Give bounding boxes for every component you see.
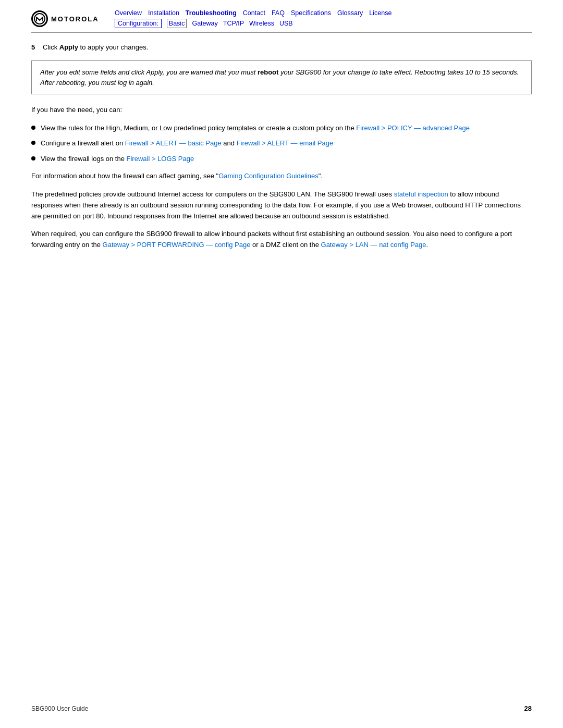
logo-area: MOTOROLA — [31, 9, 99, 27]
firewall-logs-link[interactable]: Firewall > LOGS Page — [127, 155, 194, 163]
header: MOTOROLA Overview Installation Troublesh… — [0, 0, 563, 28]
para-2: When required, you can configure the SBG… — [31, 229, 532, 251]
nav-overview[interactable]: Overview — [115, 9, 142, 17]
nav-top: Overview Installation Troubleshooting Co… — [115, 9, 532, 17]
nav-license[interactable]: License — [369, 9, 391, 17]
nav-tcpip[interactable]: TCP/IP — [223, 20, 244, 27]
intro-text: If you have the need, you can: — [31, 105, 532, 116]
firewall-alert-basic-link[interactable]: Firewall > ALERT — basic Page — [125, 139, 222, 147]
nav-specifications[interactable]: Specifications — [291, 9, 331, 17]
motorola-logo-icon — [31, 10, 48, 27]
step-number: 5 — [31, 43, 39, 51]
bullet-dot-2 — [31, 141, 35, 145]
warning-box: After you edit some fields and click App… — [31, 60, 532, 94]
bullet-item-1: View the rules for the High, Medium, or … — [31, 123, 532, 133]
bullet-item-2: Configure a firewall alert on Firewall >… — [31, 138, 532, 149]
footer-left: SBG900 User Guide — [31, 705, 88, 712]
bullet-3-text: View the firewall logs on the Firewall >… — [41, 154, 194, 164]
nav-wireless[interactable]: Wireless — [249, 20, 274, 27]
step-text: Click Apply to apply your changes. — [43, 43, 148, 51]
bullet-list: View the rules for the High, Medium, or … — [31, 123, 532, 164]
nav-troubleshooting[interactable]: Troubleshooting — [186, 9, 237, 17]
footer-page-number: 28 — [524, 705, 532, 712]
nav-installation[interactable]: Installation — [148, 9, 179, 17]
bullet-item-3: View the firewall logs on the Firewall >… — [31, 154, 532, 164]
step-5-line: 5 Click Apply to apply your changes. — [31, 43, 532, 51]
warning-text: After you edit some fields and click App… — [40, 68, 519, 87]
motorola-brand-name: MOTOROLA — [51, 15, 99, 23]
bullet-dot-1 — [31, 126, 35, 130]
motorola-logo: MOTOROLA — [31, 10, 99, 27]
nav-faq[interactable]: FAQ — [272, 9, 285, 17]
nav-gateway[interactable]: Gateway — [192, 20, 217, 27]
nav-glossary[interactable]: Glossary — [337, 9, 363, 17]
stateful-inspection-link[interactable]: stateful inspection — [394, 190, 448, 198]
firewall-alert-email-link[interactable]: Firewall > ALERT — email Page — [237, 139, 334, 147]
main-content: 5 Click Apply to apply your changes. Aft… — [0, 33, 563, 289]
gaming-config-link[interactable]: Gaming Configuration Guidelines — [218, 172, 319, 180]
nav-usb[interactable]: USB — [279, 20, 293, 27]
firewall-policy-advanced-link[interactable]: Firewall > POLICY — advanced Page — [356, 124, 470, 132]
svg-point-0 — [34, 14, 45, 24]
nav-area: Overview Installation Troubleshooting Co… — [115, 9, 532, 28]
gaming-text: For information about how the firewall c… — [31, 171, 532, 182]
bullet-2-text: Configure a firewall alert on Firewall >… — [41, 138, 333, 149]
gateway-lan-nat-link[interactable]: Gateway > LAN — nat config Page — [321, 241, 426, 249]
nav-configuration[interactable]: Configuration: — [115, 19, 162, 28]
page-wrapper: MOTOROLA Overview Installation Troublesh… — [0, 0, 563, 728]
footer: SBG900 User Guide 28 — [31, 705, 532, 712]
nav-bottom: Configuration: Basic Gateway TCP/IP Wire… — [115, 19, 532, 28]
bullet-1-text: View the rules for the High, Medium, or … — [41, 123, 470, 133]
bullet-dot-3 — [31, 156, 35, 161]
nav-basic[interactable]: Basic — [167, 19, 187, 28]
nav-contact[interactable]: Contact — [243, 9, 265, 17]
gateway-port-forwarding-link[interactable]: Gateway > PORT FORWARDING — config Page — [103, 241, 251, 249]
para-1: The predefined policies provide outbound… — [31, 189, 532, 221]
apply-bold: Apply — [59, 43, 78, 51]
